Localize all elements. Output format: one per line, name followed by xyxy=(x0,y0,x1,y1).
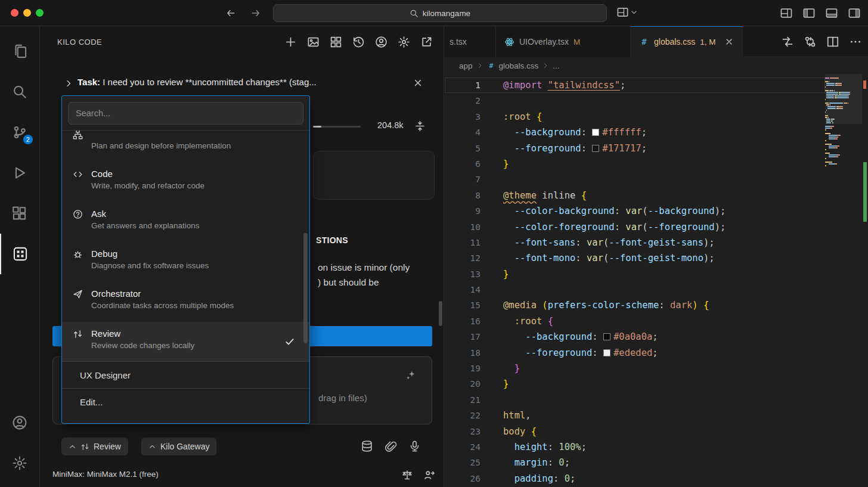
code-line: 10 --color-foreground: var(--foreground)… xyxy=(445,219,825,235)
mode-option[interactable]: DebugDiagnose and fix software issues xyxy=(62,242,309,282)
codebase-index-icon[interactable] xyxy=(361,440,373,452)
gear-icon xyxy=(12,455,27,471)
suggestion-text: ) but should be xyxy=(318,277,379,288)
mode-option-ux-designer[interactable]: UX Designer xyxy=(62,362,309,388)
bug-icon xyxy=(73,249,83,259)
extensions-icon xyxy=(12,206,27,221)
forward-button[interactable] xyxy=(250,8,261,18)
toggle-secondary-sidebar-button[interactable] xyxy=(848,7,861,20)
window-controls xyxy=(11,9,44,17)
chevron-right-icon xyxy=(476,62,483,69)
attach-file-icon[interactable] xyxy=(385,440,397,452)
condense-context-button[interactable] xyxy=(414,120,426,132)
mode-list: Plan and design before implementationCod… xyxy=(62,131,309,361)
task-title: Task: I need you to review **uncommitted… xyxy=(78,77,405,87)
activity-accounts[interactable] xyxy=(0,402,39,443)
new-task-button[interactable] xyxy=(284,36,297,48)
code-line: 6} xyxy=(445,156,825,172)
mode-search-input[interactable] xyxy=(68,102,303,125)
sidebar-scrollbar[interactable] xyxy=(439,301,442,326)
code-line: 18 --foreground: #ededed; xyxy=(445,345,825,361)
zoom-window-button[interactable] xyxy=(36,9,44,17)
marketplace-button[interactable] xyxy=(330,36,342,48)
kilo-code-panel: KILO CODE Task: I need you to review **u… xyxy=(40,26,444,487)
more-actions-button[interactable] xyxy=(849,35,862,48)
mode-edit-option[interactable]: Edit... xyxy=(62,389,309,415)
command-center-search[interactable]: kilomangame xyxy=(273,4,607,22)
code-line: 12 --font-mono: var(--font-geist-mono); xyxy=(445,250,825,266)
review-icon xyxy=(73,329,83,339)
tab-partial[interactable]: s.tsx xyxy=(445,26,496,57)
css-file-icon: # xyxy=(487,61,495,70)
mode-option[interactable]: AskGet answers and explanations xyxy=(62,202,309,242)
code-editor[interactable]: 1@import "tailwindcss";23:root {4 --back… xyxy=(445,74,825,487)
open-in-editor-button[interactable] xyxy=(420,36,433,48)
code-line: 2 xyxy=(445,93,825,108)
git-modified-badge: M xyxy=(574,38,580,46)
search-icon xyxy=(12,84,27,100)
chevron-up-icon xyxy=(148,443,156,451)
svg-text:#: # xyxy=(489,61,493,70)
mode-selector-button[interactable]: Review xyxy=(61,438,128,455)
run-debug-icon xyxy=(12,165,27,181)
editor-actions xyxy=(781,35,862,48)
overview-warning-mark xyxy=(863,80,866,89)
settings-button[interactable] xyxy=(398,36,410,48)
mode-option[interactable]: Plan and design before implementation xyxy=(62,131,309,162)
back-button[interactable] xyxy=(225,8,236,18)
auto-approve-icon[interactable] xyxy=(401,469,413,481)
code-line: 11 --font-sans: var(--font-geist-sans); xyxy=(445,235,825,250)
close-window-button[interactable] xyxy=(11,9,18,17)
enhance-prompt-icon[interactable] xyxy=(405,370,416,381)
chevron-down-icon xyxy=(630,8,638,16)
code-line: 20} xyxy=(445,376,825,392)
customize-layout-button[interactable] xyxy=(780,7,793,20)
close-tab-button[interactable] xyxy=(724,37,734,46)
history-button[interactable] xyxy=(352,36,365,48)
minimap-slider[interactable] xyxy=(825,74,862,124)
task-header[interactable]: Task: I need you to review **uncommitted… xyxy=(40,74,444,93)
activity-search[interactable] xyxy=(0,72,39,112)
code-line: 22html, xyxy=(445,408,825,423)
activity-source-control[interactable]: 2 xyxy=(0,112,39,153)
code-line: 21 xyxy=(445,392,825,408)
mode-option[interactable]: ReviewReview code changes locally xyxy=(62,322,309,361)
profile-switch-icon[interactable] xyxy=(423,469,435,481)
open-changes-button[interactable] xyxy=(781,35,794,48)
activity-bar: 2 xyxy=(0,26,40,487)
toggle-panel-button[interactable] xyxy=(825,7,838,20)
account-button[interactable] xyxy=(375,36,388,48)
activity-extensions[interactable] xyxy=(0,193,39,234)
code-line: 24 height: 100%; xyxy=(445,439,825,455)
microphone-icon[interactable] xyxy=(408,440,421,452)
hierarchy-icon xyxy=(73,131,83,139)
activity-explorer[interactable] xyxy=(0,31,39,72)
minimize-window-button[interactable] xyxy=(23,9,31,17)
chevron-right-icon xyxy=(64,79,73,88)
problems-modified-badge: 1, M xyxy=(700,38,715,46)
files-icon xyxy=(12,44,27,59)
activity-run-debug[interactable] xyxy=(0,153,39,193)
dropdown-scrollbar[interactable] xyxy=(303,233,308,343)
context-token-count: 204.8k xyxy=(377,120,404,130)
mode-option[interactable]: OrchestratorCoordinate tasks across mult… xyxy=(62,282,309,322)
api-provider-button[interactable]: Kilo Gateway xyxy=(141,438,216,455)
kilo-code-icon xyxy=(13,246,28,262)
activity-settings[interactable] xyxy=(0,443,39,483)
close-task-button[interactable] xyxy=(413,77,423,88)
image-button[interactable] xyxy=(307,36,320,48)
tab-uioverlay[interactable]: UIOverlay.tsx M xyxy=(496,26,631,57)
activity-kilo-code[interactable] xyxy=(0,234,39,274)
minimap[interactable] xyxy=(825,74,862,487)
split-editor-button[interactable] xyxy=(826,35,839,48)
tab-globals-css[interactable]: # globals.css 1, M xyxy=(631,26,743,57)
code-line: 17 --background: #0a0a0a; xyxy=(445,329,825,345)
panel-status-bar: MiniMax: MiniMax M2.1 (free) xyxy=(52,469,432,483)
compare-changes-button[interactable] xyxy=(804,35,817,48)
toggle-primary-sidebar-button[interactable] xyxy=(802,7,816,20)
layout-control-button[interactable] xyxy=(616,6,638,18)
code-line: 25 margin: 0; xyxy=(445,455,825,470)
breadcrumb[interactable]: app # globals.css ... xyxy=(445,57,868,74)
code-content: 1@import "tailwindcss";23:root {4 --back… xyxy=(445,77,825,486)
mode-option[interactable]: CodeWrite, modify, and refactor code xyxy=(62,162,309,202)
